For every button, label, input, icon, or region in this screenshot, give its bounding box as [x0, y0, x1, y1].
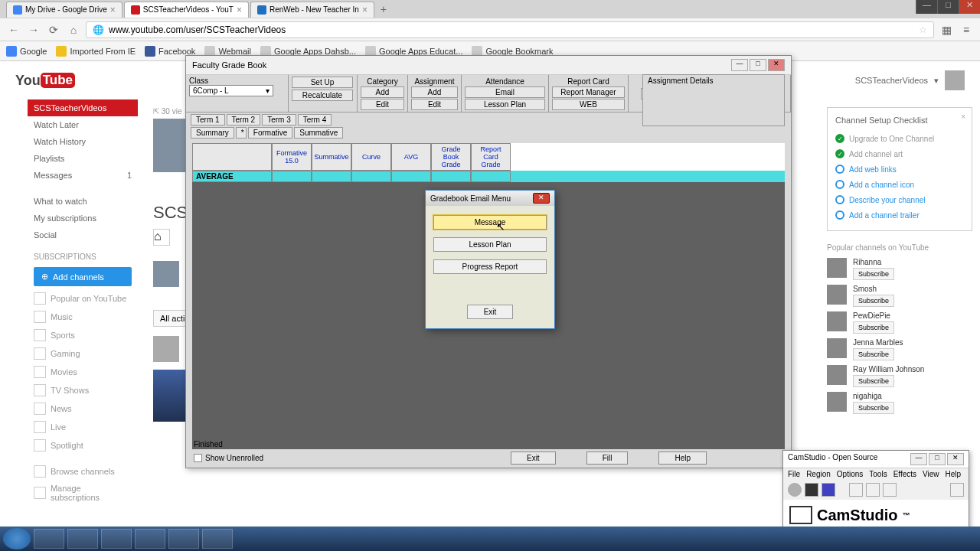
cam-minimize[interactable]: — — [910, 453, 927, 465]
category-edit[interactable]: Edit — [361, 99, 404, 110]
term-tab[interactable]: Term 2 — [227, 114, 261, 126]
term-tab[interactable]: Term 3 — [262, 114, 296, 126]
window-close[interactable]: ✕ — [959, 0, 980, 14]
bookmark-item[interactable]: Google — [6, 46, 47, 57]
gb-minimize[interactable]: — — [731, 59, 748, 71]
checklist-item[interactable]: Add a channel icon — [835, 177, 964, 192]
lesson-plan-button[interactable]: Lesson Plan — [465, 99, 545, 110]
subtab[interactable]: * — [236, 127, 247, 139]
add-channels-button[interactable]: ⊕Add channels — [34, 267, 132, 286]
channel-avatar[interactable] — [827, 285, 847, 305]
category-add[interactable]: Add — [361, 86, 404, 98]
checklist-item[interactable]: ✓Add channel art — [835, 146, 964, 161]
show-unenrolled-checkbox[interactable]: Show Unenrolled — [194, 454, 263, 462]
channel-avatar[interactable] — [827, 365, 847, 385]
sub-category[interactable]: News — [28, 399, 138, 418]
manage-subs[interactable]: Manage subscriptions — [28, 481, 138, 505]
gb-maximize[interactable]: □ — [750, 59, 766, 71]
browse-channels[interactable]: Browse channels — [28, 462, 138, 481]
channel-avatar[interactable] — [827, 338, 847, 358]
sidebar-item[interactable]: My subscriptions — [28, 210, 138, 227]
sub-category[interactable]: Gaming — [28, 344, 138, 363]
channel-avatar[interactable] — [827, 311, 847, 331]
taskbar-chrome-icon[interactable] — [101, 529, 132, 549]
uploader-avatar[interactable] — [153, 336, 179, 362]
checklist-item[interactable]: Describe your channel — [835, 192, 964, 207]
cam-maximize[interactable]: □ — [929, 453, 946, 465]
sub-category[interactable]: Movies — [28, 363, 138, 381]
sub-category[interactable]: TV Shows — [28, 381, 138, 399]
subscribe-button[interactable]: Subscribe — [853, 295, 894, 307]
camstudio-titlebar[interactable]: CamStudio - Open Source — □ ✕ — [783, 451, 969, 468]
sidebar-item[interactable]: Watch History — [28, 133, 138, 150]
web-button[interactable]: WEB — [552, 99, 625, 110]
menu-item[interactable]: View — [923, 470, 939, 478]
pause-button[interactable] — [805, 483, 818, 497]
cam-tool-icon[interactable] — [950, 483, 964, 497]
sub-category[interactable]: Live — [28, 418, 138, 436]
menu-item[interactable]: Help — [946, 470, 962, 478]
fill-button[interactable]: Fill — [586, 452, 629, 465]
tab-close[interactable]: × — [362, 5, 368, 15]
checklist-close[interactable]: × — [961, 112, 965, 121]
sidebar-item[interactable]: Playlists — [28, 150, 138, 167]
menu-item[interactable]: Options — [837, 470, 863, 478]
lesson-plan-button[interactable]: Lesson Plan — [433, 237, 547, 252]
browser-tab-0[interactable]: My Drive - Google Drive× — [6, 2, 122, 18]
home-button[interactable]: ⌂ — [66, 22, 81, 37]
class-dropdown[interactable]: 6Comp - L — [189, 85, 273, 96]
assignment-edit[interactable]: Edit — [411, 99, 458, 110]
email-button[interactable]: Email — [465, 86, 545, 98]
extensions-icon[interactable]: ▦ — [939, 22, 954, 37]
menu-icon[interactable]: ≡ — [959, 22, 974, 37]
col-summative[interactable]: Summative — [312, 143, 351, 171]
assignment-add[interactable]: Add — [411, 86, 458, 98]
youtube-logo[interactable]: YouTube — [15, 69, 84, 92]
taskbar-folder-icon[interactable] — [67, 529, 98, 549]
col-avg[interactable]: AVG — [391, 143, 431, 171]
window-minimize[interactable]: — — [916, 0, 937, 14]
home-tab-icon[interactable]: ⌂ — [153, 229, 170, 246]
term-tab[interactable]: Term 4 — [298, 114, 332, 126]
gradebook-titlebar[interactable]: Faculty Grade Book — □ ✕ — [186, 56, 791, 75]
cam-tool-icon[interactable] — [883, 483, 897, 497]
sidebar-item[interactable]: Watch Later — [28, 116, 138, 133]
channel-name[interactable]: PewDiePie — [853, 311, 894, 320]
subscribe-button[interactable]: Subscribe — [853, 348, 894, 360]
progress-report-button[interactable]: Progress Report — [433, 259, 547, 274]
sidebar-item[interactable]: Social — [28, 227, 138, 243]
sub-category[interactable]: Music — [28, 308, 138, 326]
taskbar-ie-icon[interactable] — [135, 529, 165, 549]
stop-button[interactable] — [822, 483, 835, 497]
sidebar-item[interactable]: Messages1 — [28, 167, 138, 184]
sidebar-item[interactable]: SCSTeacherVideos — [28, 99, 138, 116]
channel-avatar[interactable] — [827, 258, 847, 278]
browser-tab-2[interactable]: RenWeb - New Teacher In× — [250, 2, 374, 18]
subtab[interactable]: Formative — [248, 127, 292, 139]
channel-avatar[interactable] — [827, 392, 847, 412]
recalculate-button[interactable]: Recalculate — [292, 90, 353, 101]
record-button[interactable] — [788, 483, 802, 497]
new-tab-button[interactable]: + — [376, 3, 391, 15]
message-button[interactable]: Message — [433, 215, 547, 230]
checklist-item[interactable]: Add web links — [835, 161, 964, 177]
cam-close[interactable]: ✕ — [947, 453, 964, 465]
subscribe-button[interactable]: Subscribe — [853, 375, 894, 387]
channel-name[interactable]: Smosh — [853, 285, 894, 293]
channel-name[interactable]: Rihanna — [853, 258, 894, 266]
bookmark-item[interactable]: Imported From IE — [56, 46, 136, 57]
cam-tool-icon[interactable] — [866, 483, 880, 497]
col-reportcard[interactable]: ReportCardGrade — [471, 143, 511, 171]
url-bar[interactable]: 🌐www.youtube.com/user/SCSTeacherVideos☆ — [86, 21, 934, 38]
exit-button[interactable]: Exit — [511, 452, 556, 465]
browser-tab-1[interactable]: SCSTeacherVideos - YouT× — [124, 2, 249, 18]
help-button[interactable]: Help — [658, 452, 707, 465]
cam-tool-icon[interactable] — [849, 483, 863, 497]
taskbar-app-icon[interactable] — [202, 529, 233, 549]
back-button[interactable]: ← — [6, 22, 21, 37]
start-button[interactable] — [3, 528, 31, 549]
subscribe-button[interactable]: Subscribe — [853, 321, 894, 334]
email-dialog-close[interactable]: ✕ — [533, 193, 550, 204]
yt-user-menu[interactable]: SCSTeacherVideos▾ — [855, 70, 965, 90]
user-avatar[interactable] — [945, 70, 965, 90]
